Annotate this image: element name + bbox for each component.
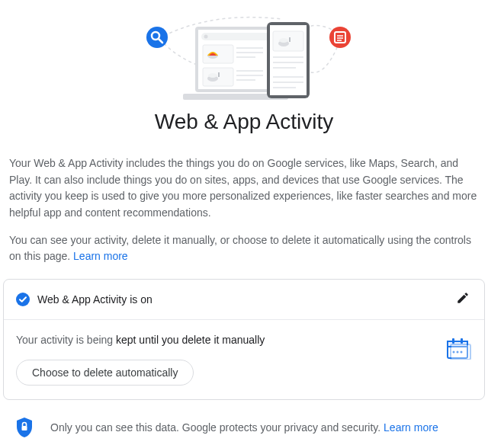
privacy-text-prefix: Only you can see this data. Google prote… [50, 421, 384, 434]
pencil-icon [456, 291, 470, 308]
learn-more-link[interactable]: Learn more [73, 250, 128, 262]
svg-rect-21 [218, 72, 220, 77]
devices-illustration [122, 5, 366, 103]
shield-lock-icon [15, 417, 34, 438]
description-para-2: You can see your activity, delete it man… [9, 232, 479, 265]
svg-rect-30 [289, 37, 291, 42]
svg-point-20 [208, 73, 217, 78]
activity-status: Web & App Activity is on [37, 293, 454, 306]
page-title: Web & App Activity [0, 110, 488, 134]
auto-delete-button[interactable]: Choose to delete automatically [16, 360, 194, 386]
svg-rect-13 [203, 45, 233, 63]
privacy-text: Only you can see this data. Google prote… [50, 421, 438, 434]
svg-rect-46 [22, 426, 27, 430]
retention-bold: kept until you delete it manually [116, 334, 265, 346]
retention-text: Your activity is being kept until you de… [16, 334, 472, 346]
svg-point-0 [146, 27, 168, 48]
privacy-learn-more-link[interactable]: Learn more [384, 421, 438, 434]
svg-point-12 [204, 35, 208, 39]
document-icon [329, 27, 351, 48]
svg-rect-41 [461, 338, 463, 344]
svg-rect-45 [451, 344, 470, 360]
svg-point-29 [279, 38, 288, 43]
activity-card: Web & App Activity is on Your activity i… [3, 279, 485, 400]
check-icon [16, 293, 30, 306]
card-header: Web & App Activity is on [4, 280, 484, 320]
svg-rect-40 [452, 338, 454, 344]
card-body: Your activity is being kept until you de… [4, 320, 484, 399]
privacy-row: Only you can see this data. Google prote… [0, 400, 488, 443]
description-para-1: Your Web & App Activity includes the thi… [9, 155, 479, 222]
hero-illustration-area [0, 0, 488, 102]
edit-button[interactable] [454, 290, 472, 309]
retention-prefix: Your activity is being [16, 334, 116, 346]
description-block: Your Web & App Activity includes the thi… [0, 155, 488, 265]
svg-point-3 [329, 27, 351, 48]
calendar-icon [446, 337, 472, 360]
svg-rect-27 [273, 31, 303, 51]
svg-rect-11 [201, 33, 270, 40]
search-icon [146, 27, 168, 48]
phone-illustration [267, 22, 310, 98]
